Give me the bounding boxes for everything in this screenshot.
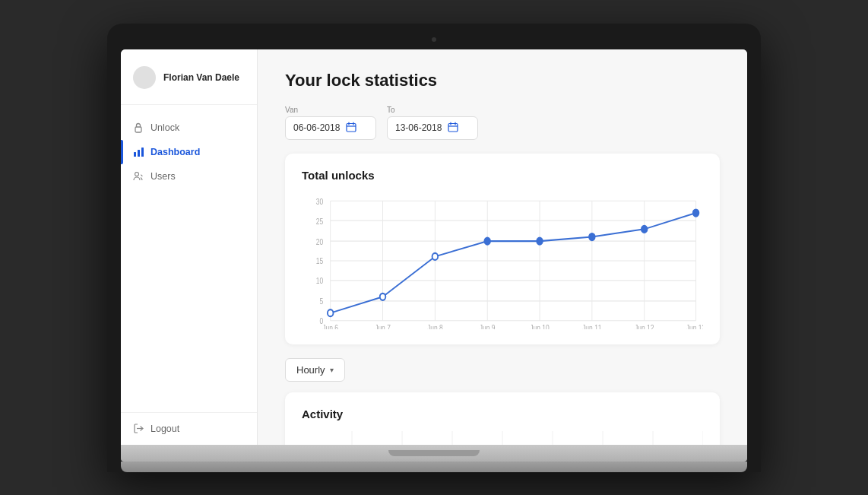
hourly-dropdown-row: Hourly ▾ (285, 358, 720, 382)
svg-point-51 (693, 209, 699, 216)
svg-text:Jun 11: Jun 11 (582, 324, 601, 328)
svg-point-48 (537, 237, 543, 244)
sidebar-item-users-label: Users (150, 171, 176, 182)
activity-title: Activity (302, 408, 703, 420)
svg-text:Jun 8: Jun 8 (427, 324, 443, 328)
laptop-screen: Florian Van Daele Unlock (121, 49, 747, 445)
hourly-dropdown-button[interactable]: Hourly ▾ (285, 358, 345, 382)
svg-text:30: 30 (316, 198, 323, 206)
avatar (133, 66, 156, 89)
calendar-from-icon (346, 122, 356, 135)
chevron-down-icon: ▾ (330, 366, 334, 374)
sidebar-logout-section: Logout (121, 412, 257, 445)
date-to-label: To (387, 106, 478, 114)
chart-area: 30 25 20 15 10 5 0 Jun 6 Jun 7 Jun 8 Jun… (302, 192, 703, 329)
date-to-field: To 13-06-2018 (387, 106, 478, 140)
sidebar-item-unlock-label: Unlock (150, 122, 179, 133)
chart-icon (133, 147, 144, 157)
date-from-value: 06-06-2018 (293, 122, 340, 133)
svg-text:25: 25 (316, 217, 323, 225)
users-icon (133, 171, 144, 182)
page-title: Your lock statistics (285, 71, 720, 90)
logout-icon (133, 424, 144, 434)
date-from-input[interactable]: 06-06-2018 (285, 116, 376, 140)
calendar-to-icon (448, 122, 458, 135)
logout-button[interactable]: Logout (133, 424, 245, 434)
sidebar-item-dashboard[interactable]: Dashboard (121, 140, 257, 164)
svg-text:5: 5 (320, 297, 324, 306)
logout-label: Logout (150, 424, 179, 434)
date-to-value: 13-06-2018 (395, 122, 442, 133)
date-to-input[interactable]: 13-06-2018 (387, 116, 478, 140)
sidebar-username: Florian Van Daele (163, 72, 239, 83)
sidebar-item-users[interactable]: Users (121, 164, 257, 189)
svg-point-47 (484, 237, 490, 244)
svg-rect-0 (135, 127, 141, 132)
svg-text:Jun 13: Jun 13 (686, 324, 703, 328)
date-range-section: Van 06-06-2018 (285, 106, 720, 140)
chart-title: Total unlocks (302, 169, 703, 182)
svg-text:Jun 10: Jun 10 (530, 324, 549, 328)
svg-text:Jun 12: Jun 12 (635, 324, 654, 328)
line-chart-svg: 30 25 20 15 10 5 0 Jun 6 Jun 7 Jun 8 Jun… (302, 192, 703, 329)
svg-text:Jun 6: Jun 6 (322, 324, 338, 328)
activity-card: Activity (285, 392, 720, 445)
svg-text:20: 20 (316, 237, 323, 246)
date-from-label: Van (285, 106, 376, 114)
svg-point-49 (589, 233, 595, 240)
svg-text:Jun 9: Jun 9 (480, 324, 496, 328)
svg-rect-6 (347, 123, 356, 132)
svg-text:10: 10 (316, 277, 323, 285)
svg-point-50 (641, 225, 648, 232)
svg-text:15: 15 (316, 257, 323, 265)
sidebar-item-unlock[interactable]: Unlock (121, 116, 257, 140)
sidebar: Florian Van Daele Unlock (121, 49, 258, 445)
sidebar-nav: Unlock Dashboard (121, 105, 257, 412)
svg-point-44 (328, 309, 334, 316)
svg-rect-1 (134, 152, 136, 157)
svg-point-46 (432, 252, 439, 259)
activity-grid-area (302, 431, 703, 445)
svg-text:Jun 7: Jun 7 (375, 324, 391, 328)
svg-point-4 (135, 172, 139, 176)
sidebar-item-dashboard-label: Dashboard (150, 147, 200, 157)
hourly-label: Hourly (296, 364, 325, 376)
lock-icon (133, 122, 144, 133)
svg-rect-2 (138, 150, 140, 157)
sidebar-user-section: Florian Van Daele (121, 49, 257, 105)
total-unlocks-card: Total unlocks (285, 154, 720, 344)
date-from-field: Van 06-06-2018 (285, 106, 376, 140)
svg-rect-10 (448, 123, 458, 132)
main-content: Your lock statistics Van 06-06-2018 (258, 49, 747, 445)
svg-point-45 (380, 293, 386, 300)
svg-rect-3 (141, 148, 144, 157)
